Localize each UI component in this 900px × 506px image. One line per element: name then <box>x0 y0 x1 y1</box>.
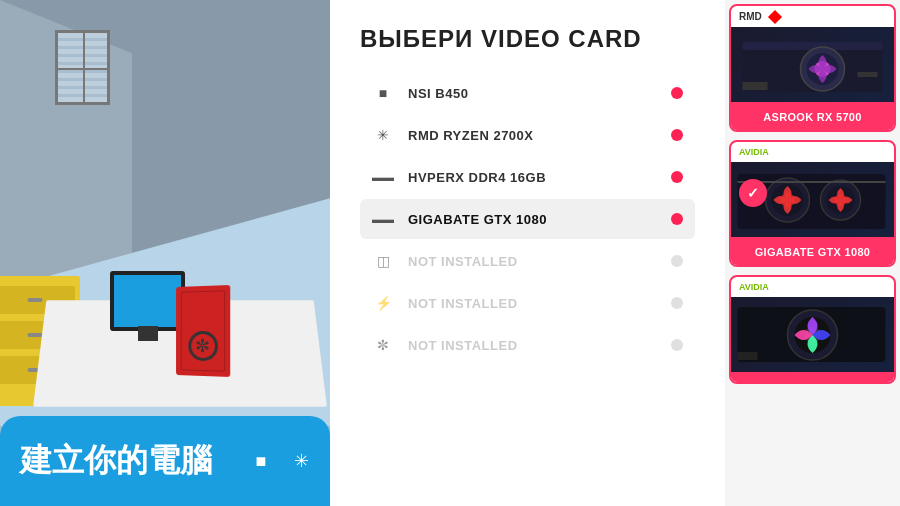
cabinet-handle-2 <box>28 333 43 337</box>
gpu-icon: ▬▬ <box>372 208 394 230</box>
status-ram <box>671 171 683 183</box>
status-cpu <box>671 129 683 141</box>
ram-icon: ▬▬ <box>372 166 394 188</box>
monitor-stand <box>138 326 158 341</box>
component-name-storage: NOT INSTALLED <box>408 254 657 269</box>
window <box>55 30 110 105</box>
component-item-storage[interactable]: ◫ NOT INSTALLED <box>360 241 695 281</box>
section-title: ВЫБЕРИ VIDEO CARD <box>360 25 695 53</box>
cooling-icon: ✼ <box>372 334 394 356</box>
gpu-name-asrook: ASROOK RX 5700 <box>763 111 861 123</box>
gpu-card-gigabate-header: AVIDIA <box>731 142 894 162</box>
bottom-icon-cpu[interactable]: ✳ <box>287 447 315 475</box>
rmd-logo: RMD <box>739 11 762 22</box>
nvidia-logo-2: AVIDIA <box>739 282 769 292</box>
component-name-cpu: RMD RYZEN 2700X <box>408 128 657 143</box>
right-panel: RMD <box>725 0 900 506</box>
gpu-card-gigabate-footer: GIGABATE GTX 1080 <box>731 237 894 265</box>
window-frame-vertical <box>83 33 85 102</box>
left-panel: ✼ 建立你的電腦 ■ ✳ ▬ ▬ ◫ ⚡ ✼ ⟋ ▯ <box>0 0 330 506</box>
center-panel: ВЫБЕРИ VIDEO CARD ■ NSI B450 ✳ RMD RYZEN… <box>330 0 725 506</box>
component-item-motherboard[interactable]: ■ NSI B450 <box>360 73 695 113</box>
page-title: 建立你的電腦 <box>20 439 212 483</box>
selected-checkmark: ✓ <box>739 179 767 207</box>
status-motherboard <box>671 87 683 99</box>
nvidia-logo-1: AVIDIA <box>739 147 769 157</box>
gpu-image-gigabate: ✓ <box>731 162 894 237</box>
component-item-ram[interactable]: ▬▬ HVPERX DDR4 16GB <box>360 157 695 197</box>
motherboard-icon: ■ <box>372 82 394 104</box>
component-name-motherboard: NSI B450 <box>408 86 657 101</box>
gpu-card-third-header: AVIDIA <box>731 277 894 297</box>
status-gpu <box>671 213 683 225</box>
monitor <box>110 271 185 331</box>
svg-rect-6 <box>858 72 878 77</box>
gpu-card-third[interactable]: AVIDIA <box>729 275 896 384</box>
component-item-cooling[interactable]: ✼ NOT INSTALLED <box>360 325 695 365</box>
bottom-bar: 建立你的電腦 ■ ✳ ▬ ▬ ◫ ⚡ ✼ ⟋ ▯ <box>0 416 330 506</box>
gpu-name-gigabate: GIGABATE GTX 1080 <box>755 246 871 258</box>
status-cooling <box>671 339 683 351</box>
component-list: ■ NSI B450 ✳ RMD RYZEN 2700X ▬▬ HVPERX D… <box>360 73 695 365</box>
main-container: ✼ 建立你的電腦 ■ ✳ ▬ ▬ ◫ ⚡ ✼ ⟋ ▯ ВЫБЕРИ VIDEO … <box>0 0 900 506</box>
pc-tower: ✼ <box>176 285 230 377</box>
gpu-image-asrook <box>731 27 894 102</box>
component-name-psu: NOT INSTALLED <box>408 296 657 311</box>
psu-icon: ⚡ <box>372 292 394 314</box>
cabinet-handle-1 <box>28 298 43 302</box>
status-psu <box>671 297 683 309</box>
component-name-gpu: GIGABATE GTX 1080 <box>408 212 657 227</box>
cpu-icon: ✳ <box>372 124 394 146</box>
status-storage <box>671 255 683 267</box>
gpu-card-asrook-header: RMD <box>731 6 894 27</box>
rmd-diamond-icon <box>768 9 782 23</box>
gpu-card-asrook-footer: ASROOK RX 5700 <box>731 102 894 130</box>
component-item-gpu[interactable]: ▬▬ GIGABATE GTX 1080 <box>360 199 695 239</box>
component-item-cpu[interactable]: ✳ RMD RYZEN 2700X <box>360 115 695 155</box>
storage-icon: ◫ <box>372 250 394 272</box>
gpu-card-third-footer <box>731 372 894 382</box>
svg-rect-19 <box>738 352 758 360</box>
component-name-ram: HVPERX DDR4 16GB <box>408 170 657 185</box>
bottom-icon-list: ■ ✳ ▬ ▬ ◫ ⚡ ✼ ⟋ ▯ <box>247 447 330 475</box>
gpu-card-gigabate[interactable]: AVIDIA <box>729 140 896 267</box>
svg-rect-5 <box>743 82 768 90</box>
gpu-card-asrook[interactable]: RMD <box>729 4 896 132</box>
bottom-icon-ram[interactable]: ▬ <box>327 447 330 475</box>
component-name-cooling: NOT INSTALLED <box>408 338 657 353</box>
bottom-icon-motherboard[interactable]: ■ <box>247 447 275 475</box>
pc-tower-fan: ✼ <box>188 331 218 361</box>
component-item-psu[interactable]: ⚡ NOT INSTALLED <box>360 283 695 323</box>
gpu-image-third <box>731 297 894 372</box>
